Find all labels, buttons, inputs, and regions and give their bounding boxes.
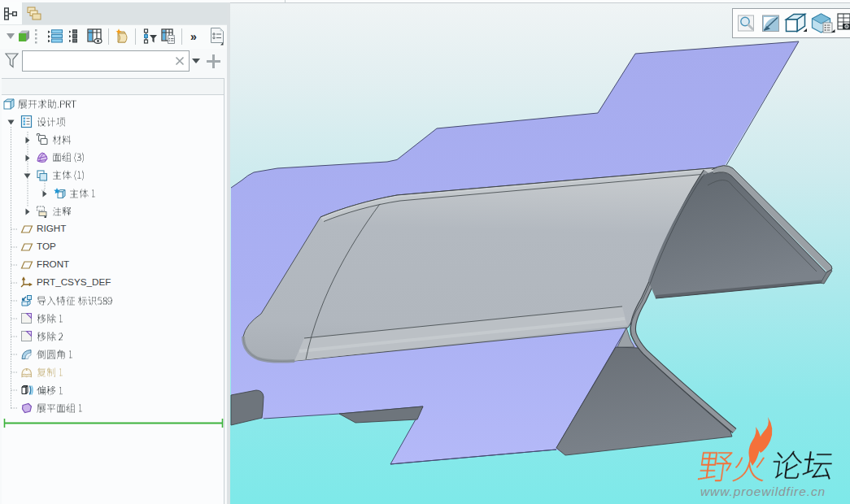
svg-text:www.proewildfire.cn: www.proewildfire.cn bbox=[700, 484, 826, 498]
